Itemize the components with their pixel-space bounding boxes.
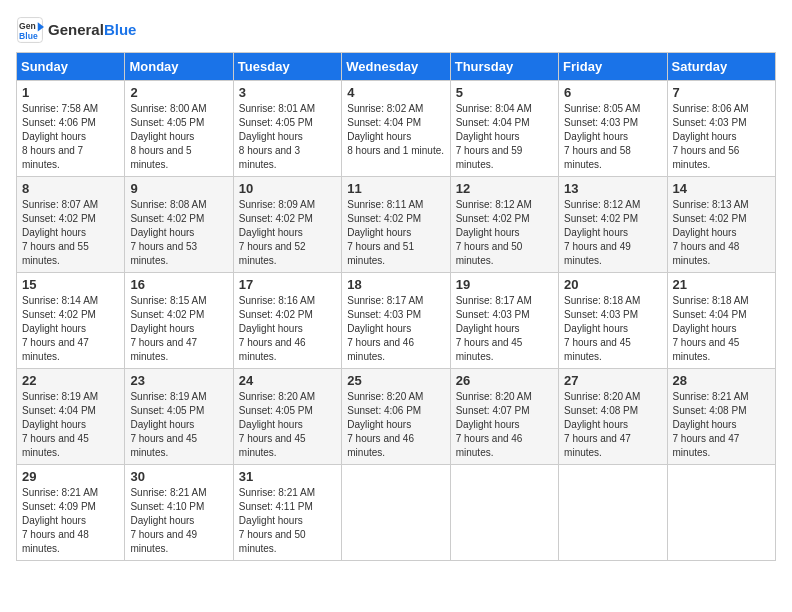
day-detail: Sunrise: 8:12 AM Sunset: 4:02 PM Dayligh… — [456, 198, 553, 268]
day-number: 14 — [673, 181, 770, 196]
calendar-week-1: 1 Sunrise: 7:58 AM Sunset: 4:06 PM Dayli… — [17, 81, 776, 177]
day-detail: Sunrise: 8:14 AM Sunset: 4:02 PM Dayligh… — [22, 294, 119, 364]
calendar-cell: 22 Sunrise: 8:19 AM Sunset: 4:04 PM Dayl… — [17, 369, 125, 465]
day-number: 20 — [564, 277, 661, 292]
calendar-cell — [450, 465, 558, 561]
day-number: 25 — [347, 373, 444, 388]
day-detail: Sunrise: 8:07 AM Sunset: 4:02 PM Dayligh… — [22, 198, 119, 268]
calendar-cell: 15 Sunrise: 8:14 AM Sunset: 4:02 PM Dayl… — [17, 273, 125, 369]
day-detail: Sunrise: 8:20 AM Sunset: 4:07 PM Dayligh… — [456, 390, 553, 460]
day-detail: Sunrise: 8:17 AM Sunset: 4:03 PM Dayligh… — [456, 294, 553, 364]
calendar-cell: 18 Sunrise: 8:17 AM Sunset: 4:03 PM Dayl… — [342, 273, 450, 369]
calendar-cell: 26 Sunrise: 8:20 AM Sunset: 4:07 PM Dayl… — [450, 369, 558, 465]
calendar-cell — [667, 465, 775, 561]
calendar-cell: 10 Sunrise: 8:09 AM Sunset: 4:02 PM Dayl… — [233, 177, 341, 273]
col-header-friday: Friday — [559, 53, 667, 81]
calendar-cell: 25 Sunrise: 8:20 AM Sunset: 4:06 PM Dayl… — [342, 369, 450, 465]
calendar-cell: 7 Sunrise: 8:06 AM Sunset: 4:03 PM Dayli… — [667, 81, 775, 177]
day-detail: Sunrise: 8:19 AM Sunset: 4:04 PM Dayligh… — [22, 390, 119, 460]
day-detail: Sunrise: 8:01 AM Sunset: 4:05 PM Dayligh… — [239, 102, 336, 172]
day-number: 4 — [347, 85, 444, 100]
day-number: 7 — [673, 85, 770, 100]
day-number: 13 — [564, 181, 661, 196]
svg-text:Blue: Blue — [19, 31, 38, 41]
calendar-cell: 28 Sunrise: 8:21 AM Sunset: 4:08 PM Dayl… — [667, 369, 775, 465]
day-number: 3 — [239, 85, 336, 100]
day-number: 2 — [130, 85, 227, 100]
calendar-week-2: 8 Sunrise: 8:07 AM Sunset: 4:02 PM Dayli… — [17, 177, 776, 273]
day-detail: Sunrise: 8:13 AM Sunset: 4:02 PM Dayligh… — [673, 198, 770, 268]
calendar-cell: 29 Sunrise: 8:21 AM Sunset: 4:09 PM Dayl… — [17, 465, 125, 561]
calendar-cell: 13 Sunrise: 8:12 AM Sunset: 4:02 PM Dayl… — [559, 177, 667, 273]
calendar-cell: 20 Sunrise: 8:18 AM Sunset: 4:03 PM Dayl… — [559, 273, 667, 369]
calendar-cell — [342, 465, 450, 561]
calendar-cell: 2 Sunrise: 8:00 AM Sunset: 4:05 PM Dayli… — [125, 81, 233, 177]
calendar-cell: 24 Sunrise: 8:20 AM Sunset: 4:05 PM Dayl… — [233, 369, 341, 465]
day-detail: Sunrise: 8:21 AM Sunset: 4:08 PM Dayligh… — [673, 390, 770, 460]
day-number: 16 — [130, 277, 227, 292]
calendar-cell: 3 Sunrise: 8:01 AM Sunset: 4:05 PM Dayli… — [233, 81, 341, 177]
calendar-cell: 16 Sunrise: 8:15 AM Sunset: 4:02 PM Dayl… — [125, 273, 233, 369]
day-number: 19 — [456, 277, 553, 292]
page-header: Gen Blue GeneralBlue — [16, 16, 776, 44]
day-number: 29 — [22, 469, 119, 484]
day-number: 21 — [673, 277, 770, 292]
calendar-cell: 4 Sunrise: 8:02 AM Sunset: 4:04 PM Dayli… — [342, 81, 450, 177]
calendar-cell: 6 Sunrise: 8:05 AM Sunset: 4:03 PM Dayli… — [559, 81, 667, 177]
day-number: 12 — [456, 181, 553, 196]
day-detail: Sunrise: 8:20 AM Sunset: 4:05 PM Dayligh… — [239, 390, 336, 460]
day-detail: Sunrise: 8:15 AM Sunset: 4:02 PM Dayligh… — [130, 294, 227, 364]
day-detail: Sunrise: 8:08 AM Sunset: 4:02 PM Dayligh… — [130, 198, 227, 268]
calendar-cell: 31 Sunrise: 8:21 AM Sunset: 4:11 PM Dayl… — [233, 465, 341, 561]
col-header-monday: Monday — [125, 53, 233, 81]
day-number: 24 — [239, 373, 336, 388]
logo: Gen Blue GeneralBlue — [16, 16, 136, 44]
calendar-cell: 8 Sunrise: 8:07 AM Sunset: 4:02 PM Dayli… — [17, 177, 125, 273]
day-detail: Sunrise: 8:12 AM Sunset: 4:02 PM Dayligh… — [564, 198, 661, 268]
calendar-week-4: 22 Sunrise: 8:19 AM Sunset: 4:04 PM Dayl… — [17, 369, 776, 465]
calendar-cell: 1 Sunrise: 7:58 AM Sunset: 4:06 PM Dayli… — [17, 81, 125, 177]
day-detail: Sunrise: 8:00 AM Sunset: 4:05 PM Dayligh… — [130, 102, 227, 172]
day-detail: Sunrise: 8:21 AM Sunset: 4:10 PM Dayligh… — [130, 486, 227, 556]
calendar-table: SundayMondayTuesdayWednesdayThursdayFrid… — [16, 52, 776, 561]
day-detail: Sunrise: 7:58 AM Sunset: 4:06 PM Dayligh… — [22, 102, 119, 172]
calendar-cell: 19 Sunrise: 8:17 AM Sunset: 4:03 PM Dayl… — [450, 273, 558, 369]
day-detail: Sunrise: 8:05 AM Sunset: 4:03 PM Dayligh… — [564, 102, 661, 172]
col-header-sunday: Sunday — [17, 53, 125, 81]
day-number: 6 — [564, 85, 661, 100]
day-detail: Sunrise: 8:20 AM Sunset: 4:08 PM Dayligh… — [564, 390, 661, 460]
svg-text:Gen: Gen — [19, 21, 36, 31]
day-number: 10 — [239, 181, 336, 196]
calendar-cell: 23 Sunrise: 8:19 AM Sunset: 4:05 PM Dayl… — [125, 369, 233, 465]
calendar-cell: 12 Sunrise: 8:12 AM Sunset: 4:02 PM Dayl… — [450, 177, 558, 273]
calendar-cell: 11 Sunrise: 8:11 AM Sunset: 4:02 PM Dayl… — [342, 177, 450, 273]
day-number: 15 — [22, 277, 119, 292]
calendar-cell — [559, 465, 667, 561]
calendar-cell: 27 Sunrise: 8:20 AM Sunset: 4:08 PM Dayl… — [559, 369, 667, 465]
day-number: 5 — [456, 85, 553, 100]
calendar-cell: 30 Sunrise: 8:21 AM Sunset: 4:10 PM Dayl… — [125, 465, 233, 561]
calendar-cell: 14 Sunrise: 8:13 AM Sunset: 4:02 PM Dayl… — [667, 177, 775, 273]
col-header-thursday: Thursday — [450, 53, 558, 81]
calendar-cell: 9 Sunrise: 8:08 AM Sunset: 4:02 PM Dayli… — [125, 177, 233, 273]
day-number: 30 — [130, 469, 227, 484]
day-detail: Sunrise: 8:16 AM Sunset: 4:02 PM Dayligh… — [239, 294, 336, 364]
calendar-week-3: 15 Sunrise: 8:14 AM Sunset: 4:02 PM Dayl… — [17, 273, 776, 369]
day-detail: Sunrise: 8:09 AM Sunset: 4:02 PM Dayligh… — [239, 198, 336, 268]
col-header-tuesday: Tuesday — [233, 53, 341, 81]
calendar-cell: 21 Sunrise: 8:18 AM Sunset: 4:04 PM Dayl… — [667, 273, 775, 369]
day-detail: Sunrise: 8:21 AM Sunset: 4:11 PM Dayligh… — [239, 486, 336, 556]
day-detail: Sunrise: 8:21 AM Sunset: 4:09 PM Dayligh… — [22, 486, 119, 556]
day-detail: Sunrise: 8:20 AM Sunset: 4:06 PM Dayligh… — [347, 390, 444, 460]
day-detail: Sunrise: 8:19 AM Sunset: 4:05 PM Dayligh… — [130, 390, 227, 460]
day-detail: Sunrise: 8:11 AM Sunset: 4:02 PM Dayligh… — [347, 198, 444, 268]
day-number: 17 — [239, 277, 336, 292]
day-number: 26 — [456, 373, 553, 388]
day-number: 8 — [22, 181, 119, 196]
calendar-cell: 5 Sunrise: 8:04 AM Sunset: 4:04 PM Dayli… — [450, 81, 558, 177]
col-header-saturday: Saturday — [667, 53, 775, 81]
day-number: 27 — [564, 373, 661, 388]
col-header-wednesday: Wednesday — [342, 53, 450, 81]
day-detail: Sunrise: 8:17 AM Sunset: 4:03 PM Dayligh… — [347, 294, 444, 364]
day-number: 9 — [130, 181, 227, 196]
